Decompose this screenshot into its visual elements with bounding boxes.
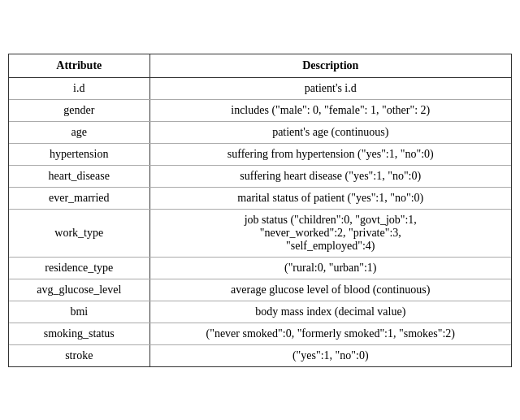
header-description: Description [150,54,511,78]
table-row: stroke("yes":1, "no":0) [9,344,511,366]
attribute-cell: residence_type [9,257,150,279]
attribute-cell: smoking_status [9,323,150,344]
attribute-cell: work_type [9,209,150,257]
table-row: work_typejob status ("children":0, "govt… [9,209,511,257]
description-cell: job status ("children":0, "govt_job":1,"… [150,209,511,257]
description-cell: average glucose level of blood (continuo… [150,279,511,301]
data-dictionary-table: Attribute Description i.dpatient's i.dge… [8,54,512,367]
table-row: i.dpatient's i.d [9,77,511,99]
attribute-cell: gender [9,99,150,121]
table-row: avg_glucose_levelaverage glucose level o… [9,279,511,301]
description-cell: suffering from hypertension ("yes":1, "n… [150,143,511,165]
attribute-cell: avg_glucose_level [9,279,150,301]
attribute-cell: i.d [9,77,150,99]
table-row: residence_type("rural:0, "urban":1) [9,257,511,279]
table-row: hypertensionsuffering from hypertension … [9,143,511,165]
description-cell: ("never smoked":0, "formerly smoked":1, … [150,323,511,344]
table-row: ever_marriedmarital status of patient ("… [9,187,511,209]
description-cell: patient's age (continuous) [150,121,511,143]
header-attribute: Attribute [9,54,150,78]
description-cell: ("rural:0, "urban":1) [150,257,511,279]
description-cell: includes ("male": 0, "female": 1, "other… [150,99,511,121]
description-cell: patient's i.d [150,77,511,99]
description-cell: suffering heart disease ("yes":1, "no":0… [150,165,511,187]
table-row: bmibody mass index (decimal value) [9,301,511,323]
attribute-cell: ever_married [9,187,150,209]
table-row: agepatient's age (continuous) [9,121,511,143]
attribute-cell: heart_disease [9,165,150,187]
attribute-cell: bmi [9,301,150,323]
attribute-cell: stroke [9,344,150,366]
table-row: genderincludes ("male": 0, "female": 1, … [9,99,511,121]
table-row: heart_diseasesuffering heart disease ("y… [9,165,511,187]
description-cell: ("yes":1, "no":0) [150,344,511,366]
description-cell: body mass index (decimal value) [150,301,511,323]
attribute-cell: age [9,121,150,143]
description-cell: marital status of patient ("yes":1, "no"… [150,187,511,209]
attribute-cell: hypertension [9,143,150,165]
table-row: smoking_status("never smoked":0, "former… [9,323,511,344]
